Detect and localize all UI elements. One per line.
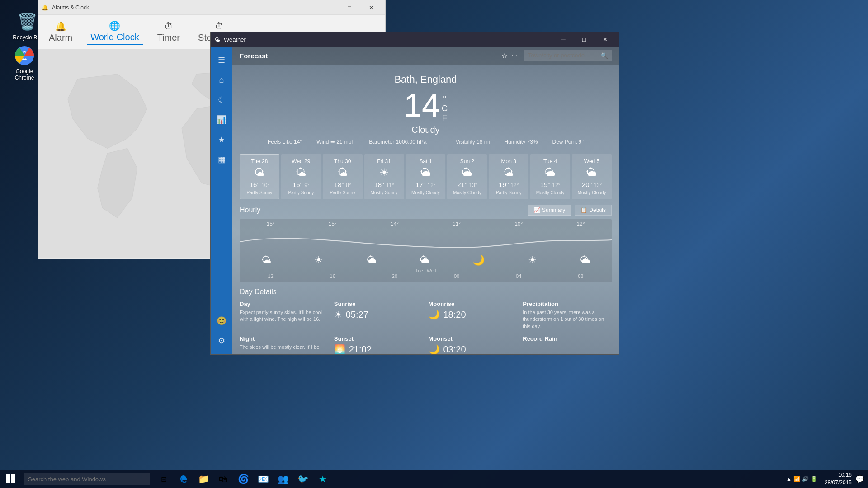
sidebar-news-icon[interactable]: ☾: [211, 90, 232, 110]
forecast-day-8[interactable]: Wed 5 🌥 20° 13° Mostly Cloudy: [572, 154, 612, 199]
moonset-label: Moonset: [429, 335, 518, 342]
tray-volume-icon[interactable]: 🔊: [802, 476, 809, 482]
taskbar-chrome-icon[interactable]: 🌀: [233, 470, 253, 488]
night-text: The skies will be mostly clear. It'll be: [240, 344, 329, 351]
edge-icon: [179, 474, 188, 483]
more-options-icon[interactable]: ···: [511, 52, 517, 60]
forecast-day-0[interactable]: Tue 28 🌤 16° 10° Partly Sunny: [240, 154, 279, 199]
summary-button[interactable]: 📈 Summary: [528, 205, 571, 216]
taskbar-mail-icon[interactable]: 📧: [253, 470, 273, 488]
sunrise-label: Sunrise: [334, 300, 423, 307]
tray-battery-icon[interactable]: 🔋: [811, 476, 817, 482]
favorite-icon[interactable]: ☆: [501, 52, 508, 60]
sidebar-settings-icon[interactable]: ⚙: [211, 331, 232, 351]
taskbar-store-icon[interactable]: 🛍: [213, 470, 233, 488]
visibility-detail: Visibility 18 mi: [456, 139, 490, 145]
precipitation-detail-card: Precipitation In the past 30 years, ther…: [523, 300, 612, 330]
moonrise-label: Moonrise: [429, 300, 518, 307]
forecast-high: 19°: [499, 181, 509, 188]
tray-expand-icon[interactable]: ▲: [786, 476, 792, 482]
weather-maximize-button[interactable]: □: [574, 32, 594, 47]
weather-minimize-button[interactable]: ─: [553, 32, 574, 47]
nav-alarm[interactable]: 🔔 Alarm: [45, 19, 76, 45]
sidebar-menu-icon[interactable]: ☰: [211, 50, 232, 70]
sunrise-detail-card: Sunrise ☀ 05:27: [334, 300, 423, 330]
taskbar-search-input[interactable]: [24, 473, 150, 485]
sunset-icon: 🌅: [334, 344, 345, 354]
alarm-minimize-button[interactable]: ─: [317, 0, 338, 15]
taskbar-tray: ▲ 📶 🔊 🔋: [786, 476, 817, 482]
precipitation-text: In the past 30 years, there was a thunde…: [523, 309, 612, 330]
celsius-button[interactable]: C: [442, 104, 448, 113]
details-button[interactable]: 📋 Details: [575, 205, 612, 216]
sidebar-home-icon[interactable]: ⌂: [211, 70, 232, 90]
forecast-desc: Mostly Sunny: [368, 190, 401, 195]
time-label-00: 00: [454, 273, 459, 279]
weather-app-icon: 🌤: [214, 36, 220, 43]
moonrise-time: 18:20: [443, 310, 466, 320]
forecast-day-temps: 17° 12°: [409, 181, 443, 188]
forecast-desc: Partly Sunny: [326, 190, 359, 195]
alarm-close-button[interactable]: ✕: [361, 0, 382, 15]
alarm-titlebar: 🔔 Alarms & Clock ─ □ ✕: [38, 0, 385, 15]
current-condition: Cloudy: [232, 125, 619, 135]
moonrise-value: 🌙 18:20: [429, 309, 518, 320]
forecast-day-4[interactable]: Sat 1 🌥 17° 12° Mostly Cloudy: [406, 154, 446, 199]
day-detail-text: Expect partly sunny skies. It'll be cool…: [240, 309, 329, 323]
weather-body: ☰ ⌂ ☾ 📊 ★ ▦ 😊 ⚙ Forecast ☆ ··· 🔍: [211, 47, 619, 354]
nav-world-clock[interactable]: 🌐 World Clock: [87, 19, 142, 45]
sunset-time: 21:0?: [349, 344, 372, 354]
forecast-desc: Mostly Cloudy: [450, 190, 484, 195]
forecast-day-6[interactable]: Mon 3 🌤 19° 12° Partly Sunny: [489, 154, 528, 199]
windows-logo-icon: [6, 474, 15, 483]
hourly-toggle: 📈 Summary 📋 Details: [528, 205, 612, 216]
forecast-day-icon: ☀: [368, 166, 401, 179]
taskbar-clock[interactable]: 10:16 28/07/2015: [821, 471, 855, 487]
forecast-day-1[interactable]: Wed 29 🌤 16° 9° Partly Sunny: [281, 154, 321, 199]
sidebar-maps-icon[interactable]: 📊: [211, 110, 232, 130]
forecast-day-3[interactable]: Fri 31 ☀ 18° 11° Mostly Sunny: [364, 154, 404, 199]
hourly-temp-labels: 15° 15° 14° 11° 10° 12°: [240, 221, 612, 227]
hourly-icon-4: 🌙: [472, 254, 485, 266]
forecast-day-name: Sat 1: [409, 158, 443, 164]
taskbar-twitter-icon[interactable]: 🐦: [293, 470, 313, 488]
humidity-detail: Humidity 73%: [504, 139, 538, 145]
svg-rect-6: [6, 479, 10, 483]
forecast-day-temps: 19° 12°: [492, 181, 525, 188]
alarm-maximize-button[interactable]: □: [339, 0, 360, 15]
forecast-day-7[interactable]: Tue 4 🌥 19° 12° Mostly Cloudy: [530, 154, 570, 199]
current-weather: Bath, England 14 ° C F Cloudy Feels Like…: [232, 65, 619, 150]
weather-close-button[interactable]: ✕: [594, 32, 615, 47]
forecast-desc: Partly Sunny: [243, 190, 276, 195]
time-label-16: 16: [330, 273, 335, 279]
world-clock-label: World Clock: [90, 32, 139, 42]
sunrise-icon: ☀: [334, 309, 342, 320]
forecast-day-name: Wed 5: [575, 158, 609, 164]
forecast-day-5[interactable]: Sun 2 🌥 21° 13° Mostly Cloudy: [447, 154, 487, 199]
tray-network-icon[interactable]: 📶: [793, 476, 800, 482]
timer-icon: ⏱: [164, 21, 173, 32]
sunrise-time: 05:27: [346, 310, 368, 320]
sunset-value: 🌅 21:0?: [334, 344, 423, 354]
svg-rect-4: [6, 474, 10, 479]
sidebar-location-icon[interactable]: 😊: [211, 311, 232, 331]
taskbar-edge-icon[interactable]: [174, 470, 193, 488]
start-button[interactable]: [0, 470, 22, 488]
taskbar-explorer-icon[interactable]: 📁: [193, 470, 213, 488]
sidebar-historical-icon[interactable]: ▦: [211, 150, 232, 169]
recycle-bin-image: 🗑️: [16, 11, 38, 33]
taskbar-weather-icon[interactable]: ★: [313, 470, 333, 488]
sidebar-favorites-icon[interactable]: ★: [211, 130, 232, 150]
night-label: Night: [240, 335, 329, 342]
fahrenheit-button[interactable]: F: [442, 113, 448, 123]
forecast-day-2[interactable]: Thu 30 🌤 18° 8° Partly Sunny: [323, 154, 363, 199]
notifications-icon[interactable]: 💬: [855, 475, 864, 483]
taskbar-people-icon[interactable]: 👥: [273, 470, 293, 488]
weather-main: Forecast ☆ ··· 🔍 Bath, England 14 °: [232, 47, 619, 354]
temp-units: ° C F: [442, 94, 448, 123]
record-rain-detail-card: Record Rain: [523, 335, 612, 354]
taskbar-task-view-icon[interactable]: ⊟: [154, 470, 174, 488]
chrome-icon[interactable]: Google Chrome: [6, 43, 42, 83]
nav-timer[interactable]: ⏱ Timer: [154, 19, 184, 45]
weather-search-input[interactable]: [528, 50, 600, 61]
